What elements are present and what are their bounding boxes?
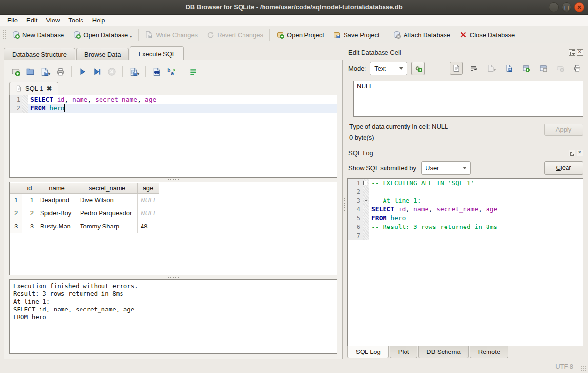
float-dock-icon[interactable] bbox=[569, 49, 575, 56]
apply-button[interactable]: Apply bbox=[544, 124, 583, 136]
submitter-select[interactable]: User bbox=[421, 161, 471, 175]
export-to-file-button[interactable] bbox=[503, 62, 515, 74]
minimize-button[interactable]: – bbox=[549, 2, 559, 12]
results-message-splitter[interactable] bbox=[9, 275, 337, 279]
dock-tab-plot[interactable]: Plot bbox=[390, 346, 417, 358]
close-dock-icon[interactable] bbox=[577, 150, 583, 156]
cell-size-text: 0 byte(s) bbox=[349, 132, 448, 143]
word-wrap-toggle-button[interactable] bbox=[187, 65, 200, 78]
table-cell[interactable]: 48 bbox=[138, 220, 159, 233]
column-header-secret-name[interactable]: secret_name bbox=[77, 183, 138, 194]
menu-file[interactable]: File bbox=[3, 15, 22, 25]
toolbar-button-save-project[interactable]: Save Project bbox=[328, 28, 384, 41]
toolbar-button-revert-changes[interactable]: Revert Changes bbox=[202, 28, 267, 41]
print-sql-button[interactable] bbox=[54, 65, 67, 78]
sql-file-tab[interactable]: SQL 1 ✖ bbox=[9, 82, 58, 95]
dropdown-arrow-icon[interactable]: ▾ bbox=[137, 72, 139, 76]
cell-value-editor[interactable]: NULL bbox=[353, 81, 583, 117]
dropdown-arrow-icon[interactable]: ▾ bbox=[48, 72, 50, 76]
set-null-button[interactable] bbox=[554, 62, 566, 74]
text-mode-button[interactable] bbox=[450, 62, 463, 75]
message-line: Execution finished without errors. bbox=[13, 282, 333, 290]
attach-database-icon bbox=[393, 31, 401, 39]
fold-marker[interactable] bbox=[363, 179, 369, 187]
import-from-file-button[interactable]: ▾ bbox=[485, 62, 498, 74]
menu-tools[interactable]: Tools bbox=[64, 15, 87, 25]
table-cell[interactable]: Tommy Sharp bbox=[77, 220, 138, 233]
close-dock-icon[interactable] bbox=[577, 49, 583, 56]
toolbar-grip[interactable] bbox=[2, 29, 6, 40]
encoding-indicator[interactable]: UTF-8 bbox=[555, 363, 573, 370]
close-database-icon bbox=[459, 31, 467, 39]
copy-link-button[interactable] bbox=[537, 62, 549, 74]
panel-splitter[interactable] bbox=[343, 46, 346, 359]
table-cell[interactable]: Spider-Boy bbox=[37, 207, 77, 220]
execute-current-line-button[interactable] bbox=[91, 65, 103, 78]
tab-database-structure[interactable]: Database Structure bbox=[4, 48, 75, 60]
toolbar-button-close-database[interactable]: Close Database bbox=[455, 28, 520, 41]
table-cell[interactable]: Dive Wilson bbox=[77, 194, 138, 207]
row-number[interactable]: 3 bbox=[10, 220, 22, 233]
resize-grip[interactable] bbox=[581, 366, 587, 372]
table-cell[interactable]: NULL bbox=[138, 194, 159, 207]
close-button[interactable]: ✕ bbox=[574, 2, 584, 12]
write-changes-icon bbox=[145, 31, 153, 39]
message-line: SELECT id, name, secret_name, age bbox=[13, 306, 333, 313]
print-cell-button[interactable] bbox=[571, 62, 583, 74]
table-cell[interactable]: 1 bbox=[22, 194, 37, 207]
tab-execute-sql[interactable]: Execute SQL bbox=[130, 46, 184, 60]
tab-browse-data[interactable]: Browse Data bbox=[76, 48, 129, 60]
fold-marker bbox=[363, 223, 369, 231]
dock-tab-db-schema[interactable]: DB Schema bbox=[418, 346, 468, 358]
toolbar-button-write-changes[interactable]: Write Changes bbox=[141, 28, 202, 41]
auto-apply-button[interactable] bbox=[411, 62, 425, 75]
dock-splitter[interactable] bbox=[346, 143, 584, 147]
execute-all-button[interactable] bbox=[76, 65, 89, 78]
sql-editor[interactable]: 1SELECT id, name, secret_name, age2FROM … bbox=[9, 95, 337, 178]
toolbar-button-open-database[interactable]: Open Database▾ bbox=[68, 28, 136, 41]
dock-tab-sql-log[interactable]: SQL Log bbox=[347, 346, 389, 358]
dropdown-arrow-icon[interactable]: ▾ bbox=[494, 68, 496, 72]
save-sql-file-button[interactable]: ▾ bbox=[39, 65, 52, 78]
mode-select-value: Text bbox=[374, 65, 386, 72]
log-line: 5FROM hero bbox=[348, 214, 583, 223]
row-number[interactable]: 2 bbox=[10, 207, 22, 220]
row-number[interactable]: 1 bbox=[10, 194, 22, 207]
mode-select[interactable]: Text bbox=[370, 62, 407, 75]
save-results-button[interactable]: ▾ bbox=[127, 65, 141, 78]
column-header-id[interactable]: id bbox=[22, 183, 37, 194]
column-header-age[interactable]: age bbox=[138, 183, 159, 194]
chevron-down-icon bbox=[399, 67, 403, 70]
open-sql-file-button[interactable] bbox=[24, 65, 37, 78]
maximize-button[interactable]: ▢ bbox=[562, 2, 571, 12]
stop-execution-button[interactable] bbox=[105, 65, 118, 78]
float-dock-icon[interactable] bbox=[569, 150, 575, 156]
toolbar-button-new-database[interactable]: New Database bbox=[7, 28, 68, 41]
table-cell[interactable]: Pedro Parqueador bbox=[77, 207, 138, 220]
table-cell[interactable]: 2 bbox=[22, 207, 37, 220]
new-sql-tab-button[interactable] bbox=[9, 65, 22, 78]
table-cell[interactable]: Deadpond bbox=[37, 194, 77, 207]
find-replace-button[interactable] bbox=[150, 65, 163, 78]
status-bar: UTF-8 bbox=[0, 359, 588, 373]
menu-view[interactable]: View bbox=[41, 15, 64, 25]
menu-edit[interactable]: Edit bbox=[22, 15, 41, 25]
open-in-external-button[interactable] bbox=[520, 62, 532, 74]
clear-log-button[interactable]: Clear bbox=[544, 161, 583, 175]
dropdown-arrow-icon[interactable]: ▾ bbox=[130, 34, 132, 39]
sql-log-view[interactable]: 1-- EXECUTING ALL IN 'SQL 1'2--3-- At li… bbox=[347, 178, 583, 346]
editor-results-splitter[interactable] bbox=[9, 178, 337, 182]
dock-tab-remote[interactable]: Remote bbox=[470, 346, 509, 358]
gear-icon bbox=[414, 64, 422, 72]
toolbar-button-attach-database[interactable]: Attach Database bbox=[388, 28, 455, 41]
table-cell[interactable]: NULL bbox=[138, 207, 159, 220]
table-cell[interactable]: Rusty-Man bbox=[37, 220, 77, 233]
word-wrap-button[interactable] bbox=[468, 62, 480, 74]
word-wrap-toggle-icon bbox=[189, 67, 198, 76]
table-cell[interactable]: 3 bbox=[22, 220, 37, 233]
toolbar-button-open-project[interactable]: Open Project bbox=[272, 28, 328, 41]
menu-help[interactable]: Help bbox=[88, 15, 110, 25]
column-header-name[interactable]: name bbox=[37, 183, 77, 194]
format-sql-button[interactable]: ba bbox=[165, 65, 178, 78]
close-sql-tab-icon[interactable]: ✖ bbox=[46, 85, 52, 92]
